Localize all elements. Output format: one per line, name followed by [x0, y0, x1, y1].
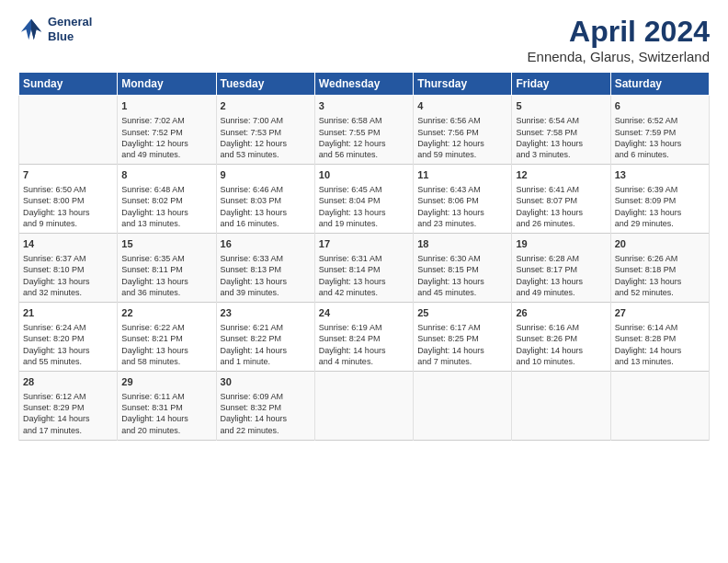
calendar-cell [512, 371, 610, 440]
day-number: 14 [23, 237, 113, 251]
cell-info: Sunset: 8:13 PM [221, 264, 311, 275]
cell-info: Sunrise: 6:24 AM [23, 322, 113, 333]
calendar-cell: 4Sunrise: 6:56 AMSunset: 7:56 PMDaylight… [414, 96, 512, 165]
calendar-cell: 6Sunrise: 6:52 AMSunset: 7:59 PMDaylight… [610, 96, 709, 165]
cell-info: Sunrise: 7:00 AM [221, 115, 311, 126]
cell-info: Sunrise: 6:31 AM [319, 253, 409, 264]
cell-info: Daylight: 12 hours [417, 138, 507, 149]
calendar-cell: 11Sunrise: 6:43 AMSunset: 8:06 PMDayligh… [414, 164, 512, 233]
cell-info: Daylight: 13 hours [516, 138, 606, 149]
cell-info: Daylight: 13 hours [417, 207, 507, 218]
cell-info: Sunset: 8:21 PM [121, 333, 211, 344]
cell-info: and 49 minutes. [516, 287, 606, 298]
day-header-wednesday: Wednesday [314, 73, 413, 96]
cell-info: Daylight: 13 hours [516, 207, 606, 218]
calendar-cell: 16Sunrise: 6:33 AMSunset: 8:13 PMDayligh… [216, 233, 314, 302]
cell-info: Daylight: 12 hours [221, 138, 311, 149]
cell-info: and 26 minutes. [516, 218, 606, 229]
cell-info: and 3 minutes. [516, 149, 606, 160]
cell-info: Sunrise: 7:02 AM [121, 115, 211, 126]
cell-info: Sunset: 8:31 PM [121, 402, 211, 413]
cell-info: Daylight: 12 hours [121, 138, 211, 149]
cell-info: and 19 minutes. [319, 218, 409, 229]
cell-info: Sunset: 8:24 PM [319, 333, 409, 344]
cell-info: Sunrise: 6:52 AM [615, 115, 705, 126]
cell-info: and 55 minutes. [23, 356, 113, 367]
cell-info: and 17 minutes. [23, 425, 113, 436]
day-number: 30 [221, 375, 311, 389]
day-header-tuesday: Tuesday [216, 73, 314, 96]
day-number: 29 [121, 375, 211, 389]
cell-info: Daylight: 14 hours [121, 413, 211, 424]
day-header-monday: Monday [118, 73, 216, 96]
cell-info: and 22 minutes. [221, 425, 311, 436]
cell-info: and 45 minutes. [417, 287, 507, 298]
logo-text: General Blue [48, 15, 92, 43]
cell-info: Sunrise: 6:09 AM [221, 391, 311, 402]
day-number: 2 [221, 99, 311, 113]
calendar-cell [19, 96, 118, 165]
cell-info: Sunset: 8:32 PM [221, 402, 311, 413]
cell-info: Daylight: 14 hours [23, 413, 113, 424]
cell-info: Daylight: 13 hours [615, 138, 705, 149]
cell-info: Sunrise: 6:26 AM [615, 253, 705, 264]
calendar-cell: 15Sunrise: 6:35 AMSunset: 8:11 PMDayligh… [118, 233, 216, 302]
cell-info: Sunrise: 6:17 AM [417, 322, 507, 333]
cell-info: Sunrise: 6:11 AM [121, 391, 211, 402]
cell-info: Sunset: 8:14 PM [319, 264, 409, 275]
cell-info: and 7 minutes. [417, 356, 507, 367]
day-number: 5 [516, 99, 606, 113]
day-number: 15 [121, 237, 211, 251]
cell-info: Sunset: 8:28 PM [615, 333, 705, 344]
cell-info: Daylight: 13 hours [516, 276, 606, 287]
cell-info: Daylight: 13 hours [23, 276, 113, 287]
cell-info: Sunrise: 6:45 AM [319, 184, 409, 195]
cell-info: and 6 minutes. [615, 149, 705, 160]
cell-info: Sunrise: 6:43 AM [417, 184, 507, 195]
day-number: 10 [319, 168, 409, 182]
day-number: 25 [417, 306, 507, 320]
cell-info: Sunset: 8:04 PM [319, 195, 409, 206]
calendar-cell: 8Sunrise: 6:48 AMSunset: 8:02 PMDaylight… [118, 164, 216, 233]
cell-info: Sunset: 7:59 PM [615, 127, 705, 138]
cell-info: and 13 minutes. [615, 356, 705, 367]
calendar-cell: 19Sunrise: 6:28 AMSunset: 8:17 PMDayligh… [512, 233, 610, 302]
header: General Blue April 2024 Ennenda, Glarus,… [18, 15, 710, 64]
cell-info: Sunset: 8:29 PM [23, 402, 113, 413]
cell-info: and 39 minutes. [221, 287, 311, 298]
calendar-cell: 14Sunrise: 6:37 AMSunset: 8:10 PMDayligh… [19, 233, 118, 302]
day-header-thursday: Thursday [414, 73, 512, 96]
day-number: 9 [221, 168, 311, 182]
calendar-cell: 29Sunrise: 6:11 AMSunset: 8:31 PMDayligh… [118, 371, 216, 440]
cell-info: Daylight: 14 hours [615, 345, 705, 356]
page: General Blue April 2024 Ennenda, Glarus,… [0, 0, 728, 563]
cell-info: Sunset: 8:26 PM [516, 333, 606, 344]
calendar-cell: 24Sunrise: 6:19 AMSunset: 8:24 PMDayligh… [314, 302, 413, 371]
calendar-cell: 3Sunrise: 6:58 AMSunset: 7:55 PMDaylight… [314, 96, 413, 165]
calendar-cell: 12Sunrise: 6:41 AMSunset: 8:07 PMDayligh… [512, 164, 610, 233]
calendar-cell: 18Sunrise: 6:30 AMSunset: 8:15 PMDayligh… [414, 233, 512, 302]
cell-info: and 4 minutes. [319, 356, 409, 367]
day-number: 19 [516, 237, 606, 251]
cell-info: and 16 minutes. [221, 218, 311, 229]
day-number: 3 [319, 99, 409, 113]
cell-info: Sunrise: 6:19 AM [319, 322, 409, 333]
cell-info: Daylight: 13 hours [615, 276, 705, 287]
day-number: 21 [23, 306, 113, 320]
day-header-sunday: Sunday [19, 73, 118, 96]
month-title: April 2024 [528, 15, 710, 49]
calendar-cell: 27Sunrise: 6:14 AMSunset: 8:28 PMDayligh… [610, 302, 709, 371]
day-number: 22 [121, 306, 211, 320]
cell-info: Sunset: 8:20 PM [23, 333, 113, 344]
cell-info: and 53 minutes. [221, 149, 311, 160]
calendar-cell: 25Sunrise: 6:17 AMSunset: 8:25 PMDayligh… [414, 302, 512, 371]
cell-info: Sunset: 8:03 PM [221, 195, 311, 206]
day-number: 12 [516, 168, 606, 182]
cell-info: Sunrise: 6:56 AM [417, 115, 507, 126]
calendar-cell [314, 371, 413, 440]
cell-info: Sunrise: 6:16 AM [516, 322, 606, 333]
cell-info: and 29 minutes. [615, 218, 705, 229]
calendar-cell: 9Sunrise: 6:46 AMSunset: 8:03 PMDaylight… [216, 164, 314, 233]
calendar-cell: 22Sunrise: 6:22 AMSunset: 8:21 PMDayligh… [118, 302, 216, 371]
cell-info: Daylight: 14 hours [221, 345, 311, 356]
